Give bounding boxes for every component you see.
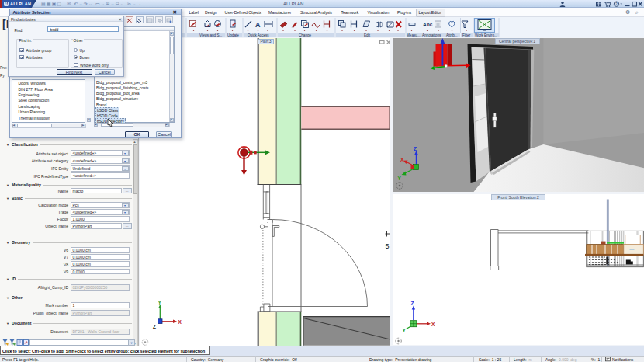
svg-text:Y: Y <box>158 299 162 305</box>
svg-text:5: 5 <box>386 242 390 250</box>
svg-text:?: ? <box>615 2 618 6</box>
svg-text:Y: Y <box>397 175 401 180</box>
svg-text:X: X <box>178 318 182 324</box>
svg-text:A: A <box>255 21 261 29</box>
svg-text:Z: Z <box>414 145 417 151</box>
svg-text:Z: Z <box>153 323 156 329</box>
svg-text:X: X <box>431 321 435 326</box>
svg-text:Z: Z <box>410 301 414 306</box>
svg-text:Y: Y <box>402 327 406 332</box>
svg-text:X: X <box>400 156 404 162</box>
svg-text:Abc: Abc <box>423 22 433 27</box>
